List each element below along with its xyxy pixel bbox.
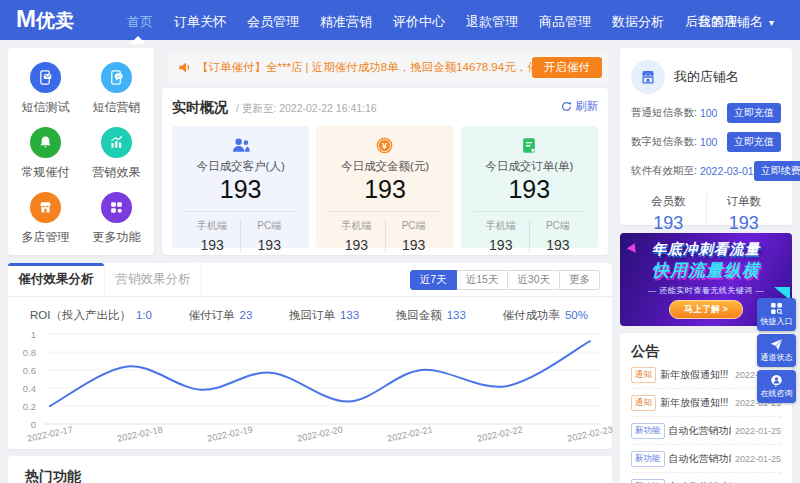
line-chart: 00.20.40.60.81 2022-02-172022-02-182022-… [10, 329, 610, 447]
channel-status-button[interactable]: 通道状态 [757, 334, 796, 367]
nav-item-data-analysis[interactable]: 数据分析 [612, 13, 664, 31]
stat-card-breakdown: 手机端193 PC端193 [328, 211, 441, 253]
quick-app-payment-reminder[interactable]: 常规催付 [10, 121, 81, 186]
nav-item-marketing[interactable]: 精准营销 [320, 13, 372, 31]
analysis-stats-row: ROI（投入产出比）1:0 催付订单23 挽回订单133 挽回金额133 催付成… [8, 297, 612, 323]
quick-app-label: 常规催付 [22, 164, 70, 181]
announcement-item[interactable]: 新功能 自动化营销功能上线 2022-01-25 [631, 445, 781, 473]
quick-app-multi-store[interactable]: 多店管理 [10, 186, 81, 251]
store-icon [30, 192, 61, 223]
stat-card-amount: ¥ 今日成交金额(元) 193 手机端193 PC端193 [316, 126, 453, 248]
new-feature-badge: 新功能 [631, 451, 665, 467]
y-axis-tick: 0.2 [10, 401, 36, 412]
stat-card-customers: 今日成交客户(人) 193 手机端193 PC端193 [172, 126, 309, 248]
nav-item-home[interactable]: 首页 [127, 13, 153, 31]
range-30d-button[interactable]: 近30天 [507, 270, 560, 290]
analysis-panel: 催付效果分析 营销效果分析 近7天 近15天 近30天 更多 ROI（投入产出比… [8, 263, 612, 449]
promo-cta-button[interactable]: 马上了解 > [669, 300, 743, 319]
new-feature-badge: 新功能 [631, 423, 665, 439]
nav-item-reviews[interactable]: 评价中心 [393, 13, 445, 31]
announcement-item[interactable]: 新功能 自动化营销功能上线 2022-01-25 [631, 417, 781, 445]
stat-card-title: 今日成交金额(元) [316, 159, 453, 174]
quick-app-sms-test[interactable]: 短信测试 [10, 56, 81, 121]
announcement-item[interactable]: 新功能 自动化营销功能上线 2022-01-25 [631, 473, 781, 483]
stat-roi: ROI（投入产出比）1:0 [30, 308, 152, 323]
realtime-title: 实时概况 [172, 99, 228, 117]
promo-headline: 年底冲刺看流量 [652, 240, 761, 259]
mobile-label: 手机端 [328, 219, 384, 233]
y-axis-tick: 0.6 [10, 365, 36, 376]
sms-marketing-icon [101, 62, 132, 93]
top-navbar: M 优卖 首页 订单关怀 会员管理 精准营销 评价中心 退款管理 商品管理 数据… [0, 0, 800, 40]
tab-reminder-effect[interactable]: 催付效果分析 [8, 263, 105, 296]
svg-text:¥: ¥ [382, 140, 387, 150]
shop-name: 我的店铺名 [674, 68, 739, 86]
digital-sms-balance-row: 数字短信条数: 100 立即充值 [631, 132, 781, 152]
mobile-label: 手机端 [184, 219, 240, 233]
notice-text: 【订单催付】全***店 | 近期催付成功8单，挽回金额14678.94元，催付成… [197, 60, 532, 75]
mobile-value: 193 [473, 237, 529, 253]
floating-toolbar: 快捷入口 通道状态 在线咨询 [757, 298, 796, 406]
order-reminder-notice-bar: 【订单催付】全***店 | 近期催付成功8单，挽回金额14678.94元，催付成… [168, 52, 608, 82]
quick-app-label: 短信营销 [93, 99, 141, 116]
stat-recovered-orders: 挽回订单133 [289, 308, 359, 323]
license-expiry-row: 软件有效期至: 2022-03-01 立即续费 [631, 161, 781, 181]
stat-recovered-amount: 挽回金额133 [396, 308, 466, 323]
member-count: 会员数 193 [631, 194, 706, 234]
realtime-updated-at: / 更新至: 2022-02-22 16:41:16 [236, 102, 377, 116]
stat-reminder-orders: 催付订单23 [189, 308, 253, 323]
sms-balance-row: 普通短信条数: 100 立即充值 [631, 103, 781, 123]
renew-button[interactable]: 立即续费 [754, 161, 800, 181]
pc-label: PC端 [530, 219, 586, 233]
nav-item-order-care[interactable]: 订单关怀 [174, 13, 226, 31]
nav-item-refunds[interactable]: 退款管理 [466, 13, 518, 31]
refresh-button[interactable]: 刷新 [561, 99, 598, 114]
recharge-button[interactable]: 立即充值 [727, 103, 781, 123]
pc-value: 193 [241, 237, 297, 253]
stat-card-title: 今日成交客户(人) [172, 159, 309, 174]
recharge-button[interactable]: 立即充值 [727, 132, 781, 152]
hot-features-title: 热门功能 [25, 468, 595, 483]
stat-success-rate: 催付成功率50% [502, 308, 588, 323]
shop-avatar-icon [631, 60, 665, 94]
stat-cards: 今日成交客户(人) 193 手机端193 PC端193 ¥ 今日成交金额(元) … [172, 126, 598, 248]
realtime-header: 实时概况 / 更新至: 2022-02-22 16:41:16 刷新 [172, 99, 598, 117]
stat-card-value: 193 [172, 175, 309, 204]
hot-features-panel: 热门功能 [8, 456, 612, 483]
users-icon [172, 135, 309, 155]
quick-app-label: 短信测试 [22, 99, 70, 116]
stat-card-title: 今日成交订单(单) [461, 159, 598, 174]
stat-card-breakdown: 手机端193 PC端193 [184, 211, 297, 253]
order-doc-icon [461, 135, 598, 155]
chart-icon [101, 127, 132, 158]
range-7d-button[interactable]: 近7天 [410, 270, 457, 290]
quick-app-more[interactable]: 更多功能 [81, 186, 152, 251]
app-logo[interactable]: M 优卖 [16, 7, 74, 34]
quick-app-label: 营销效果 [93, 164, 141, 181]
refresh-icon [561, 101, 572, 112]
tab-marketing-effect[interactable]: 营销效果分析 [105, 263, 202, 296]
range-more-button[interactable]: 更多 [559, 270, 600, 290]
quick-app-label: 多店管理 [22, 229, 70, 246]
realtime-overview-panel: 实时概况 / 更新至: 2022-02-22 16:41:16 刷新 今日成交客… [162, 88, 608, 255]
pc-value: 193 [386, 237, 442, 253]
nav-item-products[interactable]: 商品管理 [539, 13, 591, 31]
y-axis-tick: 0.8 [10, 347, 36, 358]
range-15d-button[interactable]: 近15天 [456, 270, 509, 290]
quick-app-label: 更多功能 [93, 229, 141, 246]
y-axis-tick: 0 [10, 419, 36, 430]
online-service-button[interactable]: 在线咨询 [757, 370, 796, 403]
nav-item-members[interactable]: 会员管理 [247, 13, 299, 31]
quick-app-marketing-effect[interactable]: 营销效果 [81, 121, 152, 186]
sms-test-icon [30, 62, 61, 93]
quick-entry-button[interactable]: 快捷入口 [757, 298, 796, 331]
mobile-value: 193 [184, 237, 240, 253]
account-menu[interactable]: 我的店铺名 ▾ [698, 13, 774, 31]
new-feature-badge: 新功能 [631, 479, 665, 483]
y-axis-tick: 0.4 [10, 383, 36, 394]
start-reminder-button[interactable]: 开启催付 [532, 57, 602, 78]
date-range-group: 近7天 近15天 近30天 更多 [411, 270, 600, 290]
stat-card-value: 193 [316, 175, 453, 204]
quick-app-sms-marketing[interactable]: 短信营销 [81, 56, 152, 121]
promo-subheadline: 快用流量纵横 [652, 259, 760, 282]
